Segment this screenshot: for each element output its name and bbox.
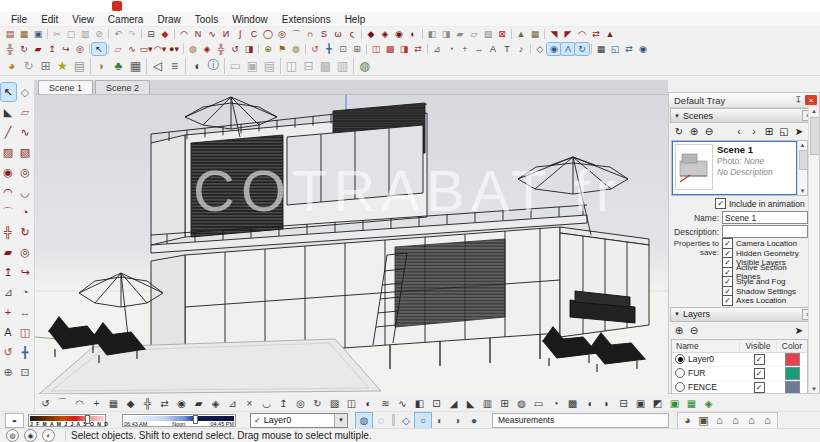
monitor-icon[interactable]: ◱ [608,43,622,55]
hide-rest-icon[interactable]: ▨ [481,28,495,40]
scene-list-scrollbar[interactable]: ▲ ▼ [797,141,807,195]
claim-status-icon[interactable]: ◉ [24,429,37,442]
plugin-tool-35-icon[interactable]: ⊟ [615,397,632,410]
bezier-freehand-icon[interactable]: ∿ [205,28,219,40]
circle-tool-icon[interactable]: ◉ [1,163,16,181]
menu-item[interactable]: Extensions [275,14,338,25]
plugin-tool-31-icon[interactable]: ◔ [547,397,564,410]
window-a-icon[interactable]: ▭ [227,58,244,74]
layer-color-swatch[interactable] [785,367,800,380]
plugin-tool-10-icon[interactable]: ▰ [190,397,207,410]
scene-play-icon[interactable]: ◉ [636,43,650,55]
show-details-icon[interactable]: ➤ [792,125,806,138]
include-in-animation-checkbox[interactable]: Include in animation [715,198,808,209]
polygon-tool-icon[interactable]: ◎ [18,163,33,181]
menu-item[interactable]: Edit [34,14,65,25]
paint-tool-icon[interactable]: ◣ [1,103,16,121]
active-layer-dropdown[interactable]: ✓ Layer0 ▾ [250,413,348,428]
outer-shell-icon[interactable]: ◆ [364,28,378,40]
open-model-icon[interactable]: ▦ [17,28,31,40]
section-plane-tool-icon[interactable]: ◫ [18,323,33,341]
layer-color-swatch[interactable] [785,381,800,394]
bezier-parabola-icon[interactable]: ∩ [303,28,317,40]
rotate-copy-icon[interactable]: ↺ [228,43,242,55]
bezier-f-spline-icon[interactable]: ∫ [233,28,247,40]
layer-row[interactable]: Layer0 [672,353,807,367]
protractor-tool-icon[interactable]: ◔ [18,283,33,301]
model-info-icon[interactable]: ◆ [158,28,172,40]
bezier-reverse-spline-icon[interactable]: И [219,28,233,40]
monochrome-icon[interactable]: ● [466,413,482,428]
plugin-tool-34-icon[interactable]: ◗ [598,397,615,410]
bezier-circle-icon[interactable]: ◯ [261,28,275,40]
bezier-s-curve-icon[interactable]: S [317,28,331,40]
move-copy-icon[interactable]: ╬ [214,43,228,55]
plugin-tool-14-icon[interactable]: ◡ [258,397,275,410]
plugin-tool-33-icon[interactable]: ◖ [581,397,598,410]
pan-tool-icon[interactable]: ╋ [18,343,33,361]
sample-paint-icon[interactable]: ◍ [289,43,303,55]
axes-tool-icon[interactable]: + [1,303,16,321]
shadows-toggle-icon[interactable]: ◒ [5,413,24,428]
make-component-icon[interactable]: ◈ [200,43,214,55]
property-checkbox[interactable]: Shadow Settings [722,287,808,297]
house-lock-icon[interactable]: ⌂ [728,414,743,426]
rotate-icon[interactable]: ↻ [17,43,31,55]
menu-item[interactable]: Tools [188,14,225,25]
remove-scene-icon[interactable]: ⊖ [702,125,716,138]
plugin-green-1-icon[interactable]: ▣ [666,397,683,410]
layer-details-icon[interactable]: ➤ [792,324,806,337]
select-tool-icon[interactable]: ↖ [1,83,16,101]
arc-tool-icon[interactable]: ◠ [1,183,16,201]
vegetation-icon[interactable]: ♣ [110,58,127,74]
plugin-tool-9-icon[interactable]: ◉ [173,397,190,410]
gear-icon[interactable]: ◕ [680,414,695,426]
shadow-month-slider[interactable]: J F M A M J J A S O N D [28,414,106,427]
tile-horizontal-icon[interactable]: ◫ [283,58,300,74]
plugin-tool-32-icon[interactable]: ▩ [564,397,581,410]
smoove-icon[interactable]: ◠ [575,28,589,40]
zoom-in-icon[interactable]: ⊕ [261,43,275,55]
menu-item[interactable]: Help [338,14,373,25]
sandbox-contours-icon[interactable]: ▲ [514,28,528,40]
layers-section-header[interactable]: ▼ Layers × [670,307,818,322]
share-model-icon[interactable]: ↻ [20,58,37,74]
window-b-icon[interactable]: ▣ [244,58,261,74]
add-detail-icon[interactable]: ▲ [603,28,617,40]
house-outline-icon[interactable]: ⌂ [744,414,759,426]
move-icon[interactable]: ╬ [3,43,17,55]
erase-icon[interactable]: ⊘ [92,28,106,40]
plugin-tool-26-icon[interactable]: ◣ [462,397,479,410]
house-open-icon[interactable]: ⌂ [760,414,775,426]
layer-color-swatch[interactable] [785,353,800,366]
section-plane-icon[interactable]: ◫ [369,43,383,55]
text-tool-icon[interactable]: A [1,323,16,341]
add-scene-icon[interactable]: ⊕ [687,125,701,138]
section-cut-icon[interactable]: ◨ [397,43,411,55]
tile-vertical-icon[interactable]: ⊟ [300,58,317,74]
follow-me-icon[interactable]: ↪ [59,43,73,55]
solid-union-icon[interactable]: ◉ [392,28,406,40]
plugin-tool-37-icon[interactable]: ◩ [649,397,666,410]
tape-measure-icon[interactable]: ⊿ [430,43,444,55]
mixer-icon[interactable]: ≡ [166,58,183,74]
move-scene-up-icon[interactable]: › [747,125,761,138]
plugin-tool-27-icon[interactable]: ▥ [479,397,496,410]
drape-icon[interactable]: ◥ [547,28,561,40]
plugin-tool-23-icon[interactable]: ◧ [411,397,428,410]
plugin-tool-8-icon[interactable]: ⇄ [156,397,173,410]
turn-icon[interactable]: ↻ [575,43,589,55]
layer-visible-checkbox[interactable] [754,368,765,379]
rotate-tool-icon[interactable]: ↻ [18,223,33,241]
cut-icon[interactable]: ✂ [50,28,64,40]
3d-text-icon[interactable]: T [500,43,514,55]
axes-icon[interactable]: + [458,43,472,55]
show-thumbnails-icon[interactable]: ◱ [777,125,791,138]
tray-scrollbar[interactable]: ▲ ▼ [808,107,819,393]
move-tool-icon[interactable]: ╬ [1,223,16,241]
bezier-sigma-icon[interactable]: ς [345,28,359,40]
text-icon[interactable]: A [486,43,500,55]
plugin-green-3-icon[interactable]: ◈ [700,397,717,410]
push-pull-tool-icon[interactable]: ↥ [1,263,16,281]
tray-close-icon[interactable]: × [805,95,817,105]
